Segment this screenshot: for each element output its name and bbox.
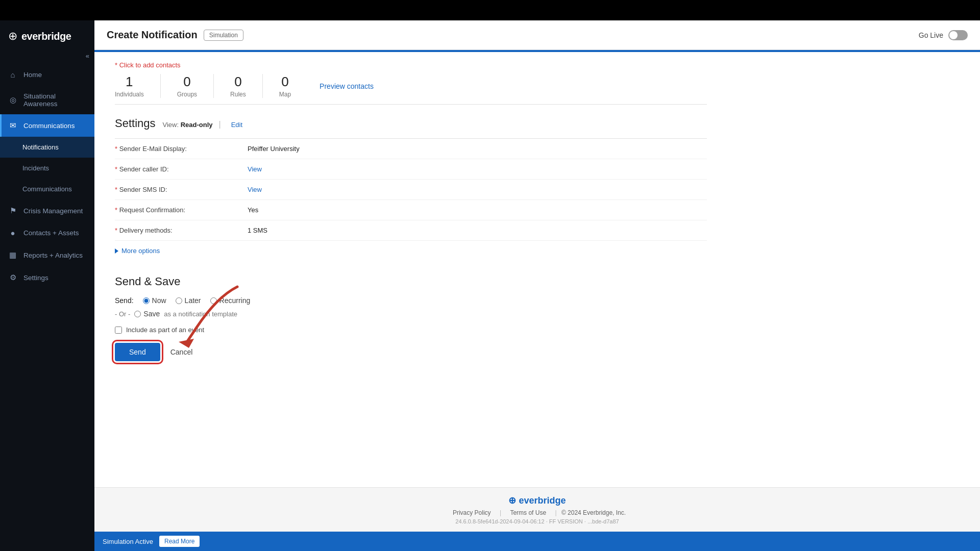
more-options-toggle[interactable]: More options bbox=[115, 241, 707, 261]
or-label: - Or - bbox=[115, 310, 130, 318]
send-options-row: Send: Now Later Recurring bbox=[115, 296, 707, 305]
top-bar bbox=[0, 0, 980, 20]
radio-now-input[interactable] bbox=[143, 297, 150, 304]
settings-label-confirmation: Request Confirmation: bbox=[115, 206, 248, 214]
sidebar-item-crisis-management-label: Crisis Management bbox=[23, 207, 83, 215]
sidebar-item-contacts-assets-label: Contacts + Assets bbox=[23, 229, 79, 237]
settings-value-delivery: 1 SMS bbox=[248, 227, 707, 234]
include-event-checkbox[interactable] bbox=[115, 327, 122, 334]
crisis-management-icon: ⚑ bbox=[8, 206, 17, 215]
privacy-policy-link[interactable]: Privacy Policy bbox=[453, 509, 491, 516]
contacts-assets-icon: ● bbox=[8, 229, 17, 237]
preview-contacts-link[interactable]: Preview contacts bbox=[320, 82, 374, 90]
settings-label-sms-id: Sender SMS ID: bbox=[115, 186, 248, 193]
simulation-bar: Simulation Active Read More bbox=[94, 532, 980, 551]
send-button[interactable]: Send bbox=[115, 343, 160, 361]
settings-row-caller-id: Sender caller ID: View bbox=[115, 159, 707, 180]
footer-links: Privacy Policy | Terms of Use | © 2024 E… bbox=[102, 509, 973, 516]
page-footer: ⊕ everbridge Privacy Policy | Terms of U… bbox=[94, 487, 980, 532]
sidebar-item-situational-awareness[interactable]: ◎ Situational Awareness bbox=[0, 86, 94, 114]
cancel-button[interactable]: Cancel bbox=[166, 343, 197, 361]
radio-recurring[interactable]: Recurring bbox=[210, 296, 251, 305]
sidebar-item-notifications-label: Notifications bbox=[22, 143, 59, 151]
stat-individuals-number: 1 bbox=[126, 74, 133, 90]
stat-groups-label: Groups bbox=[177, 91, 197, 98]
situational-awareness-icon: ◎ bbox=[8, 95, 17, 105]
radio-later-input[interactable] bbox=[176, 297, 182, 304]
sidebar-collapse[interactable]: « bbox=[0, 50, 94, 64]
settings-value-email: Pfeiffer University bbox=[248, 145, 707, 153]
sidebar-item-situational-awareness-label: Situational Awareness bbox=[23, 92, 86, 108]
include-event-label: Include as part of an event bbox=[126, 326, 204, 334]
sidebar-item-reports-analytics[interactable]: ▦ Reports + Analytics bbox=[0, 244, 94, 266]
view-mode-text: View: Read-only bbox=[163, 121, 213, 129]
radio-save-input[interactable] bbox=[134, 311, 141, 317]
go-live-label: Go Live bbox=[919, 31, 943, 39]
settings-divider: | bbox=[219, 120, 221, 129]
go-live-toggle[interactable] bbox=[948, 30, 968, 40]
settings-label-caller-id: Sender caller ID: bbox=[115, 165, 248, 173]
sidebar-logo[interactable]: ⊕ everbridge bbox=[0, 20, 94, 50]
sidebar-item-incidents-label: Incidents bbox=[22, 164, 49, 172]
sidebar-item-crisis-management[interactable]: ⚑ Crisis Management bbox=[0, 199, 94, 222]
settings-value-confirmation: Yes bbox=[248, 206, 707, 214]
sidebar: ⊕ everbridge « ⌂ Home ◎ Situational Awar… bbox=[0, 20, 94, 551]
sidebar-item-communications-sub[interactable]: Communications bbox=[0, 179, 94, 199]
settings-value-sms-id[interactable]: View bbox=[248, 186, 707, 193]
settings-label-delivery: Delivery methods: bbox=[115, 227, 248, 234]
edit-link[interactable]: Edit bbox=[231, 121, 242, 129]
reports-analytics-icon: ▦ bbox=[8, 251, 17, 260]
sidebar-item-communications-label: Communications bbox=[23, 122, 75, 130]
click-to-add-text[interactable]: * Click to add contacts bbox=[115, 61, 707, 69]
stat-individuals[interactable]: 1 Individuals bbox=[115, 74, 161, 98]
sidebar-logo-text: everbridge bbox=[21, 31, 71, 42]
sidebar-item-communications[interactable]: ✉ Communications bbox=[0, 114, 94, 137]
radio-save[interactable]: Save bbox=[134, 310, 160, 318]
action-buttons: Send Cancel bbox=[115, 343, 707, 361]
communications-icon: ✉ bbox=[8, 121, 17, 130]
footer-logo: ⊕ everbridge bbox=[102, 495, 973, 506]
sidebar-item-contacts-assets[interactable]: ● Contacts + Assets bbox=[0, 222, 94, 244]
settings-row-email: Sender E-Mail Display: Pfeiffer Universi… bbox=[115, 139, 707, 159]
everbridge-logo-icon: ⊕ bbox=[8, 30, 17, 43]
settings-row-confirmation: Request Confirmation: Yes bbox=[115, 200, 707, 220]
settings-row-delivery: Delivery methods: 1 SMS bbox=[115, 220, 707, 241]
stat-groups-number: 0 bbox=[183, 74, 190, 90]
sidebar-item-home[interactable]: ⌂ Home bbox=[0, 64, 94, 86]
main-content: * Click to add contacts 1 Individuals 0 … bbox=[94, 52, 980, 487]
radio-recurring-label: Recurring bbox=[219, 296, 251, 305]
sidebar-item-notifications[interactable]: Notifications bbox=[0, 137, 94, 158]
sidebar-item-settings[interactable]: ⚙ Settings bbox=[0, 266, 94, 289]
stat-rules[interactable]: 0 Rules bbox=[214, 74, 263, 98]
page-title: Create Notification bbox=[107, 29, 198, 41]
sidebar-item-incidents[interactable]: Incidents bbox=[0, 158, 94, 179]
collapse-icon[interactable]: « bbox=[86, 52, 89, 60]
stat-rules-label: Rules bbox=[230, 91, 246, 98]
sidebar-item-settings-label: Settings bbox=[23, 274, 48, 282]
header-right: Go Live bbox=[919, 30, 968, 40]
radio-later[interactable]: Later bbox=[176, 296, 201, 305]
copyright-text: © 2024 Everbridge, Inc. bbox=[561, 509, 626, 516]
radio-now[interactable]: Now bbox=[143, 296, 166, 305]
settings-label-email: Sender E-Mail Display: bbox=[115, 145, 248, 153]
send-save-title: Send & Save bbox=[115, 275, 707, 288]
contacts-stats: 1 Individuals 0 Groups 0 Rules bbox=[115, 74, 307, 98]
view-mode-value: Read-only bbox=[181, 121, 213, 129]
stat-rules-number: 0 bbox=[234, 74, 241, 90]
settings-icon: ⚙ bbox=[8, 273, 17, 282]
stat-map-number: 0 bbox=[281, 74, 288, 90]
send-label: Send: bbox=[115, 296, 134, 305]
stat-map[interactable]: 0 Map bbox=[263, 74, 307, 98]
sidebar-item-communications-sub-label: Communications bbox=[22, 185, 72, 193]
terms-of-use-link[interactable]: Terms of Use bbox=[510, 509, 546, 516]
read-more-button[interactable]: Read More bbox=[159, 536, 200, 547]
main-area: Create Notification Simulation Go Live *… bbox=[94, 20, 980, 551]
radio-recurring-input[interactable] bbox=[210, 297, 217, 304]
radio-now-label: Now bbox=[152, 296, 166, 305]
more-options-label: More options bbox=[121, 247, 160, 255]
radio-later-label: Later bbox=[185, 296, 201, 305]
settings-value-caller-id[interactable]: View bbox=[248, 165, 707, 173]
stat-groups[interactable]: 0 Groups bbox=[161, 74, 214, 98]
sidebar-item-reports-analytics-label: Reports + Analytics bbox=[23, 252, 83, 259]
settings-section-title: Settings bbox=[115, 117, 156, 130]
